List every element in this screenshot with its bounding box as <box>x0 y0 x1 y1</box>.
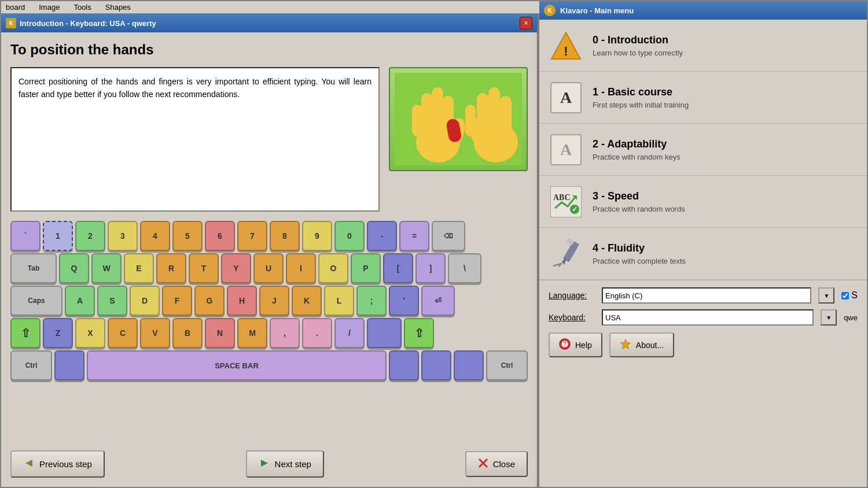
key-q[interactable]: Q <box>59 253 89 283</box>
key-rbracket[interactable]: ] <box>415 253 446 283</box>
key-minus[interactable]: - <box>367 221 397 251</box>
key-ctrl-right[interactable]: Ctrl <box>486 350 528 380</box>
key-comma[interactable]: , <box>270 318 300 348</box>
key-1[interactable]: 1 <box>43 221 73 251</box>
key-d[interactable]: D <box>130 286 160 316</box>
key-tab[interactable]: Tab <box>10 253 57 283</box>
key-shift-right[interactable]: ⇧ <box>404 318 434 348</box>
key-menu[interactable] <box>454 350 484 380</box>
titlebar-left: K Introduction - Keyboard: USA - qwerty <box>6 18 156 28</box>
key-alt-right[interactable] <box>421 350 451 380</box>
language-checkbox-input[interactable] <box>841 292 849 300</box>
key-p[interactable]: P <box>351 253 381 283</box>
menu-tools[interactable]: Tools <box>73 3 91 12</box>
svg-marker-17 <box>261 460 268 467</box>
key-n[interactable]: N <box>205 318 235 348</box>
right-controls: Language: ▼ S Keyboard: ▼ qwe ? <box>539 280 867 364</box>
menu-board[interactable]: board <box>6 3 25 12</box>
menu-item-intro[interactable]: ! 0 - Introduction Learn how to type cor… <box>539 20 867 72</box>
about-label: About... <box>636 341 664 350</box>
menu-item-fluidity[interactable]: 4 - Fluidity Practice with complete text… <box>539 228 867 280</box>
key-h[interactable]: H <box>227 286 257 316</box>
key-empty[interactable] <box>367 318 402 348</box>
key-enter[interactable]: ⏎ <box>421 286 455 316</box>
key-x[interactable]: X <box>75 318 105 348</box>
help-icon: ? <box>559 338 571 352</box>
key-i[interactable]: I <box>286 253 316 283</box>
key-4[interactable]: 4 <box>140 221 170 251</box>
key-m[interactable]: M <box>237 318 267 348</box>
key-g[interactable]: G <box>194 286 225 316</box>
menu-item-speed[interactable]: ABC ✓ 3 - Speed Practice with random wor… <box>539 176 867 228</box>
keyboard-select[interactable] <box>602 309 814 326</box>
key-meta-left[interactable] <box>54 350 84 380</box>
menu-shapes[interactable]: Shapes <box>105 3 131 12</box>
menu-item-basic[interactable]: A 1 - Basic course First steps with init… <box>539 72 867 124</box>
keyboard-row-1: ` 1 2 3 4 5 6 7 8 9 0 - = ⌫ <box>10 221 528 251</box>
key-period[interactable]: . <box>302 318 332 348</box>
key-6[interactable]: 6 <box>205 221 235 251</box>
key-w[interactable]: W <box>91 253 122 283</box>
intro-title: 0 - Introduction <box>593 34 858 46</box>
key-equals[interactable]: = <box>399 221 429 251</box>
prev-step-label: Previous step <box>39 459 92 469</box>
key-b[interactable]: B <box>172 318 203 348</box>
menu-item-adapt[interactable]: A 2 - Adaptability Practice with random … <box>539 124 867 176</box>
left-titlebar: K Introduction - Keyboard: USA - qwerty … <box>1 14 537 32</box>
key-7[interactable]: 7 <box>237 221 267 251</box>
about-button[interactable]: About... <box>609 332 674 357</box>
keyboard-dropdown-btn[interactable]: ▼ <box>821 309 837 326</box>
key-space[interactable]: SPACE BAR <box>87 350 387 380</box>
key-j[interactable]: J <box>259 286 289 316</box>
key-3[interactable]: 3 <box>108 221 138 251</box>
key-lbracket[interactable]: [ <box>383 253 413 283</box>
next-step-button[interactable]: Next step <box>246 450 324 478</box>
help-button[interactable]: ? Help <box>549 332 602 357</box>
key-t[interactable]: T <box>189 253 219 283</box>
key-k[interactable]: K <box>292 286 322 316</box>
close-button[interactable]: Close <box>465 451 528 477</box>
key-s[interactable]: S <box>97 286 127 316</box>
key-l[interactable]: L <box>324 286 354 316</box>
instruction-text: Correct positioning of the hands and fin… <box>10 67 380 212</box>
left-window: board Image Tools Shapes K Introduction … <box>0 0 538 488</box>
key-u[interactable]: U <box>253 253 284 283</box>
key-shift-left[interactable]: ⇧ <box>10 318 41 348</box>
fluidity-title: 4 - Fluidity <box>593 242 858 254</box>
key-9[interactable]: 9 <box>302 221 332 251</box>
language-select[interactable] <box>602 287 811 304</box>
key-meta-right[interactable] <box>389 350 419 380</box>
svg-text:?: ? <box>563 341 567 347</box>
star-icon <box>620 338 631 352</box>
window-title: Introduction - Keyboard: USA - qwerty <box>20 19 156 28</box>
key-backspace[interactable]: ⌫ <box>432 221 465 251</box>
key-5[interactable]: 5 <box>172 221 203 251</box>
close-label: Close <box>493 459 515 469</box>
bottom-bar: Previous step Next step Close <box>10 450 528 478</box>
key-f[interactable]: F <box>162 286 192 316</box>
key-o[interactable]: O <box>318 253 348 283</box>
svg-rect-14 <box>500 96 512 134</box>
key-y[interactable]: Y <box>221 253 251 283</box>
key-backslash[interactable]: \ <box>448 253 481 283</box>
key-quote[interactable]: ' <box>389 286 419 316</box>
key-r[interactable]: R <box>156 253 186 283</box>
key-caps[interactable]: Caps <box>10 286 62 316</box>
key-backtick[interactable]: ` <box>10 221 41 251</box>
content-area: Correct positioning of the hands and fin… <box>10 67 528 212</box>
language-dropdown-btn[interactable]: ▼ <box>818 287 834 304</box>
key-8[interactable]: 8 <box>270 221 300 251</box>
key-semicolon[interactable]: ; <box>356 286 387 316</box>
key-slash[interactable]: / <box>334 318 365 348</box>
key-e[interactable]: E <box>124 253 154 283</box>
window-close-button[interactable]: × <box>520 17 532 29</box>
prev-step-button[interactable]: Previous step <box>10 450 105 478</box>
key-2[interactable]: 2 <box>75 221 105 251</box>
key-c[interactable]: C <box>108 318 138 348</box>
key-v[interactable]: V <box>140 318 170 348</box>
key-0[interactable]: 0 <box>334 221 365 251</box>
key-z[interactable]: Z <box>43 318 73 348</box>
menu-image[interactable]: Image <box>39 3 60 12</box>
key-ctrl-left[interactable]: Ctrl <box>10 350 52 380</box>
key-a[interactable]: A <box>65 286 95 316</box>
